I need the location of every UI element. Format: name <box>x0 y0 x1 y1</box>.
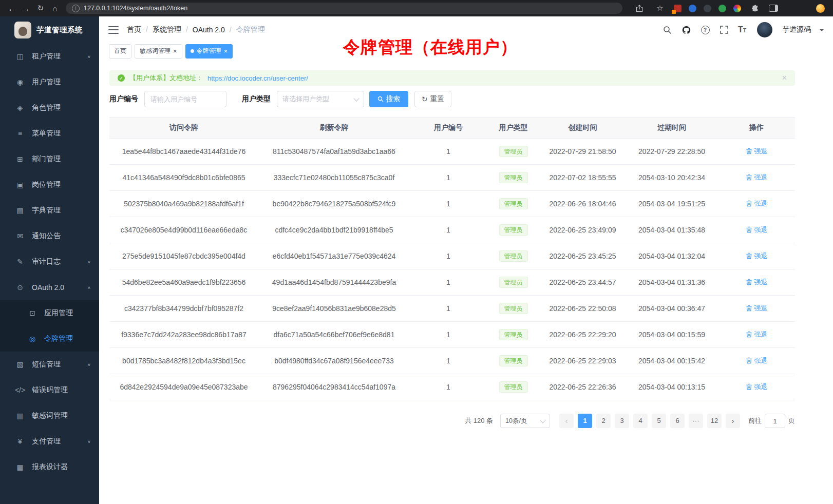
app-header: 首页系统管理OAuth 2.0令牌管理 ? 芋道源码 <box>99 16 833 43</box>
audit-icon: ✎ <box>14 258 26 266</box>
sidebar-item[interactable]: ✎ 审计日志 ∨ <box>0 249 99 275</box>
page-button[interactable]: 6 <box>670 414 685 428</box>
font-size-icon[interactable] <box>738 25 746 34</box>
app-logo[interactable]: 芋道管理系统 <box>0 16 99 43</box>
browser-back-icon[interactable]: ← <box>5 2 18 15</box>
breadcrumb-item[interactable]: 令牌管理 <box>236 25 265 34</box>
tab[interactable]: 敏感词管理 × <box>135 44 182 59</box>
alert-close-icon[interactable]: × <box>782 74 787 82</box>
force-logout-button[interactable]: 强退 <box>746 382 768 392</box>
goto-page-input[interactable] <box>765 414 785 428</box>
chevron-down-icon <box>540 417 545 423</box>
fullscreen-icon[interactable] <box>719 24 729 35</box>
next-page-button[interactable]: › <box>726 414 740 428</box>
tab-close-icon[interactable]: × <box>224 48 228 54</box>
force-logout-button[interactable]: 强退 <box>746 147 768 156</box>
page-button[interactable]: 1 <box>578 414 592 428</box>
force-logout-button[interactable]: 强退 <box>746 356 768 365</box>
search-button[interactable]: 搜索 <box>369 91 408 107</box>
access-token-cell: 275e5de9151045fe87cbdc395e004f4d <box>109 243 258 269</box>
page-button[interactable]: 2 <box>596 414 611 428</box>
github-icon[interactable] <box>681 24 691 35</box>
split-view-icon[interactable] <box>769 5 778 12</box>
extensions-puzzle-icon[interactable] <box>748 2 762 15</box>
page-button[interactable]: ··· <box>689 414 703 428</box>
tab[interactable]: 令牌管理 × <box>185 44 233 59</box>
browser-forward-icon[interactable]: → <box>20 2 33 15</box>
sidebar-item[interactable]: ≡ 菜单管理 <box>0 121 99 146</box>
user-avatar[interactable] <box>757 22 772 37</box>
sidebar-item[interactable]: ▣ 岗位管理 <box>0 172 99 198</box>
extension-badge <box>672 10 676 14</box>
tab-label: 令牌管理 <box>197 47 221 55</box>
sidebar-item[interactable]: ▤ 字典管理 <box>0 198 99 223</box>
user-icon: ◉ <box>14 78 26 86</box>
sidebar-item[interactable]: ◫ 租户管理 ∨ <box>0 44 99 69</box>
bookmark-star-icon[interactable]: ☆ <box>653 2 667 15</box>
search-icon[interactable] <box>662 24 672 35</box>
extension-icon[interactable] <box>689 5 696 12</box>
user-id-input[interactable] <box>144 91 226 107</box>
extension-icon[interactable] <box>718 5 726 12</box>
sidebar-item[interactable]: ¥ 支付管理 ∨ <box>0 429 99 454</box>
sidebar-item[interactable]: ◈ 角色管理 <box>0 95 99 121</box>
app-title: 芋道管理系统 <box>36 25 83 35</box>
force-logout-button[interactable]: 强退 <box>746 173 768 182</box>
force-logout-button[interactable]: 强退 <box>746 304 768 313</box>
force-logout-button[interactable]: 强退 <box>746 330 768 339</box>
doc-link[interactable]: https://doc.iocoder.cn/user-center/ <box>207 74 308 82</box>
extension-icon[interactable] <box>704 5 711 12</box>
sidebar-item[interactable]: ⊞ 部门管理 <box>0 146 99 172</box>
extension-icon[interactable] <box>733 5 741 12</box>
user-type-cell: 管理员 <box>487 165 540 191</box>
page-button[interactable]: 12 <box>707 414 722 428</box>
extension-icon[interactable] <box>674 5 681 12</box>
page-button[interactable]: 4 <box>633 414 648 428</box>
access-token-cell: f9336e7c7dd242a283ee98dc86b17a87 <box>109 322 258 348</box>
user-name[interactable]: 芋道源码 <box>782 25 811 34</box>
browser-profile-avatar[interactable] <box>816 4 825 13</box>
breadcrumb-item[interactable]: OAuth 2.0 <box>193 26 236 34</box>
address-bar[interactable]: i 127.0.0.1:1024/system/oauth2/token <box>66 3 622 14</box>
user-type-tag: 管理员 <box>499 381 528 393</box>
tab-close-icon[interactable]: × <box>173 48 177 54</box>
force-logout-button[interactable]: 强退 <box>746 278 768 287</box>
user-type-select[interactable]: 请选择用户类型 <box>277 91 364 107</box>
delete-icon <box>746 226 752 233</box>
sidebar-item[interactable]: ▥ 敏感词管理 <box>0 403 99 429</box>
sidebar-item[interactable]: </> 错误码管理 <box>0 377 99 403</box>
caret-down-icon[interactable] <box>820 29 824 33</box>
sidebar-item[interactable]: ⊙ OAuth 2.0 ∧ <box>0 275 99 300</box>
site-info-icon[interactable]: i <box>72 5 80 12</box>
browser-reload-icon[interactable]: ↻ <box>34 2 47 15</box>
browser-home-icon[interactable]: ⌂ <box>48 2 62 15</box>
sidebar-item[interactable]: ⊡ 应用管理 <box>0 300 99 326</box>
access-token-cell: c342377bf8b344799dcbf7bf095287f2 <box>109 296 258 322</box>
breadcrumb: 首页系统管理OAuth 2.0令牌管理 <box>127 25 265 34</box>
share-icon[interactable] <box>633 2 646 15</box>
breadcrumb-item[interactable]: 首页 <box>127 25 153 34</box>
force-logout-button[interactable]: 强退 <box>746 225 768 235</box>
sidebar-item[interactable]: ✉ 通知公告 <box>0 223 99 249</box>
reset-button[interactable]: ↻ 重置 <box>414 91 451 107</box>
user-id-cell: 1 <box>410 139 487 165</box>
user-type-cell: 管理员 <box>487 296 540 322</box>
hamburger-menu-icon[interactable] <box>108 26 119 34</box>
tab[interactable]: 首页 <box>109 44 131 59</box>
page-button[interactable]: 3 <box>615 414 629 428</box>
force-logout-button[interactable]: 强退 <box>746 251 768 261</box>
breadcrumb-item[interactable]: 系统管理 <box>153 25 193 34</box>
page-size-select[interactable]: 10条/页 <box>500 414 550 428</box>
sidebar-item[interactable]: ▧ 短信管理 ∨ <box>0 352 99 377</box>
sidebar-item[interactable]: ◎ 令牌管理 <box>0 326 99 352</box>
user-type-tag: 管理员 <box>499 355 528 366</box>
page-button[interactable]: 5 <box>652 414 666 428</box>
force-logout-button[interactable]: 强退 <box>746 199 768 208</box>
create-time-cell: 2022-06-25 23:45:25 <box>540 243 626 269</box>
user-id-cell: 1 <box>410 191 487 217</box>
sidebar-item[interactable]: ▦ 报表设计器 <box>0 454 99 480</box>
prev-page-button[interactable]: ‹ <box>559 414 574 428</box>
sidebar-item[interactable]: ◉ 用户管理 <box>0 69 99 95</box>
column-header: 过期时间 <box>626 118 718 139</box>
help-icon[interactable]: ? <box>700 24 710 35</box>
